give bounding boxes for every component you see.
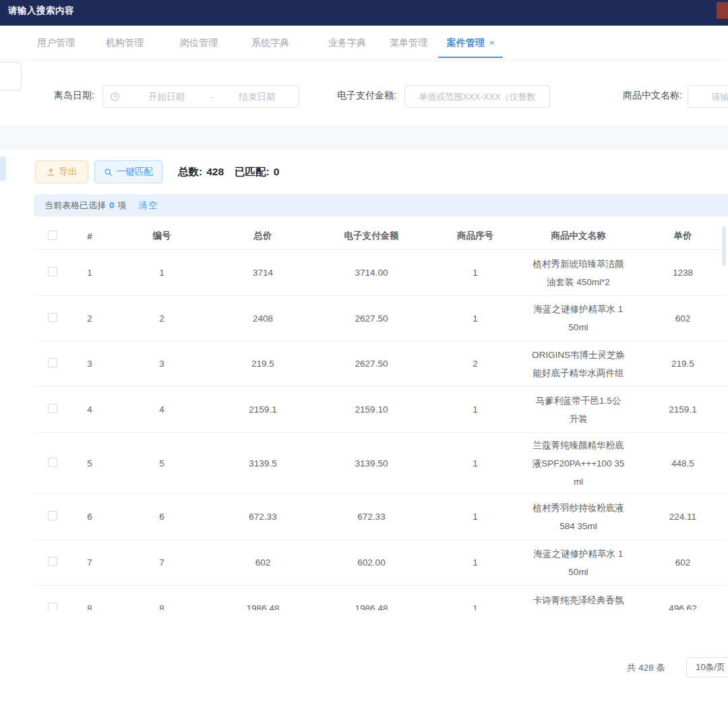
- epay-amount-field-wrap: [404, 85, 550, 108]
- row-checkbox[interactable]: [48, 267, 57, 276]
- one-click-match-button[interactable]: 一键匹配: [94, 160, 162, 183]
- row-checkbox[interactable]: [48, 404, 57, 413]
- row-checkbox[interactable]: [48, 511, 57, 520]
- tab-case-management-label: 案件管理: [447, 37, 485, 48]
- product-name: ORIGINS韦博士灵芝焕能好底子精华水两件组: [531, 346, 626, 382]
- total-value: 428: [206, 166, 224, 177]
- close-tab-icon[interactable]: ×: [489, 38, 495, 48]
- end-date-input[interactable]: [216, 91, 299, 102]
- page-size-value: 10条/页: [696, 662, 725, 672]
- selection-suffix: 项: [118, 200, 127, 212]
- page-size-select[interactable]: 10条/页: [686, 657, 728, 677]
- left-edge-fragment: [0, 156, 6, 181]
- header-seq: 商品序号: [433, 230, 518, 242]
- global-search-input[interactable]: 请输入搜索内容: [8, 5, 74, 17]
- tab-menu-management[interactable]: 菜单管理: [390, 26, 427, 59]
- epay-amount-label: 电子支付金额:: [337, 90, 396, 102]
- select-all-checkbox[interactable]: [48, 231, 57, 240]
- row-checkbox[interactable]: [48, 358, 57, 367]
- top-navbar: 请输入搜索内容: [0, 0, 728, 26]
- tab-user-management[interactable]: 用户管理: [37, 26, 75, 59]
- product-name-input[interactable]: [688, 86, 728, 107]
- table-header-row: # 编号 总价 电子支付金额 商品序号 商品中文名称 单价: [34, 222, 727, 250]
- case-table: # 编号 总价 电子支付金额 商品序号 商品中文名称 单价 1 1 3714 3…: [34, 222, 727, 610]
- row-checkbox[interactable]: [48, 458, 57, 467]
- pagination-total: 共 428 条: [627, 662, 665, 674]
- product-name: 卡诗菁纯亮泽经典香氛: [531, 591, 626, 609]
- table-row: 8 8 1986.48 1986.48 1 卡诗菁纯亮泽经典香氛 496.62: [34, 586, 727, 610]
- tab-post-management[interactable]: 岗位管理: [180, 26, 218, 59]
- export-icon: [47, 168, 55, 177]
- export-button[interactable]: 导出: [35, 160, 88, 183]
- header-checkbox-cell: [34, 231, 71, 242]
- tab-business-dict[interactable]: 业务字典: [328, 26, 366, 59]
- product-name: 海蓝之谜修护精萃水 150ml: [531, 545, 626, 581]
- table-row: 5 5 3139.5 3139.50 1 兰蔻菁纯臻颜精华粉底液SPF20PA+…: [34, 433, 727, 494]
- start-date-input[interactable]: [125, 91, 208, 102]
- product-name: 兰蔻菁纯臻颜精华粉底液SPF20PA+++100 35ml: [531, 436, 626, 491]
- table-row: 6 6 672.33 672.33 1 植村秀羽纱持妆粉底液 584 35ml …: [34, 494, 727, 540]
- row-checkbox[interactable]: [48, 313, 57, 322]
- clear-selection-link[interactable]: 清空: [139, 200, 159, 212]
- tab-case-management[interactable]: 案件管理×: [438, 26, 503, 59]
- header-name: 商品中文名称: [518, 230, 639, 242]
- detached-panel-fragment: [0, 62, 22, 90]
- header-code: 编号: [108, 230, 216, 242]
- date-range-picker[interactable]: -: [102, 85, 299, 108]
- selection-info-bar: 当前表格已选择 0 项 清空: [34, 194, 728, 216]
- clock-icon: [110, 92, 120, 102]
- table-row: 3 3 219.5 2627.50 2 ORIGINS韦博士灵芝焕能好底子精华水…: [34, 341, 727, 387]
- epay-amount-input[interactable]: [405, 86, 549, 107]
- table-scrollbar[interactable]: [722, 226, 726, 266]
- header-epay: 电子支付金额: [310, 230, 433, 242]
- product-name-field-wrap: [688, 85, 728, 108]
- export-button-label: 导出: [59, 166, 78, 178]
- date-separator: -: [208, 92, 216, 102]
- matched-value: 0: [274, 166, 280, 177]
- section-divider-band: [0, 125, 728, 150]
- product-name: 植村秀新琥珀臻萃洁颜油套装 450ml*2: [531, 255, 626, 291]
- selection-prefix: 当前表格已选择: [44, 200, 106, 212]
- row-checkbox[interactable]: [48, 557, 57, 566]
- search-icon: [104, 168, 113, 177]
- tab-system-dict[interactable]: 系统字典: [251, 26, 289, 59]
- tab-org-management[interactable]: 机构管理: [106, 26, 144, 59]
- matched-label: 已匹配:: [235, 166, 270, 177]
- table-row: 1 1 3714 3714.00 1 植村秀新琥珀臻萃洁颜油套装 450ml*2…: [34, 250, 727, 296]
- total-label: 总数:: [178, 166, 202, 177]
- table-row: 2 2 2408 2627.50 1 海蓝之谜修护精萃水 150ml 602: [34, 296, 727, 341]
- header-price: 单价: [639, 230, 727, 242]
- product-name-label: 商品中文名称:: [623, 90, 682, 102]
- tab-bar: 用户管理 机构管理 岗位管理 系统字典 业务字典 菜单管理 案件管理×: [0, 26, 728, 59]
- product-name: 马爹利蓝带干邑1.5公升装: [531, 392, 626, 428]
- active-tab-underline: [438, 57, 503, 58]
- one-click-match-label: 一键匹配: [117, 166, 153, 178]
- product-name: 植村秀羽纱持妆粉底液 584 35ml: [531, 499, 626, 535]
- table-row: 4 4 2159.1 2159.10 1 马爹利蓝带干邑1.5公升装 2159.…: [34, 387, 727, 433]
- header-index: #: [71, 231, 108, 241]
- count-summary: 总数:428已匹配:0: [178, 160, 283, 183]
- product-name: 海蓝之谜修护精萃水 150ml: [531, 300, 626, 336]
- selection-count: 0: [109, 200, 115, 210]
- header-total: 总价: [216, 230, 310, 242]
- depart-date-label: 离岛日期:: [54, 90, 94, 102]
- user-badge[interactable]: [717, 2, 728, 19]
- table-row: 7 7 602 602.00 1 海蓝之谜修护精萃水 150ml 602: [34, 540, 727, 586]
- row-checkbox[interactable]: [48, 603, 57, 610]
